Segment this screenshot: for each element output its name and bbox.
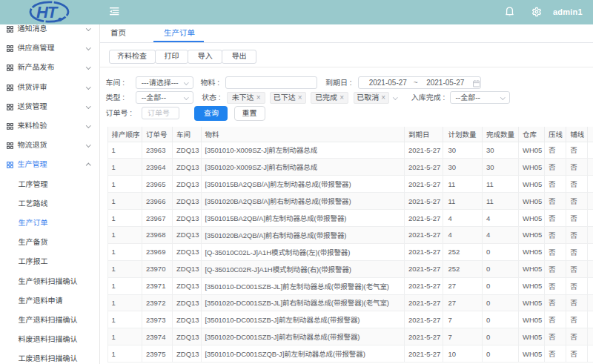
svg-text:HT: HT bbox=[36, 3, 59, 21]
